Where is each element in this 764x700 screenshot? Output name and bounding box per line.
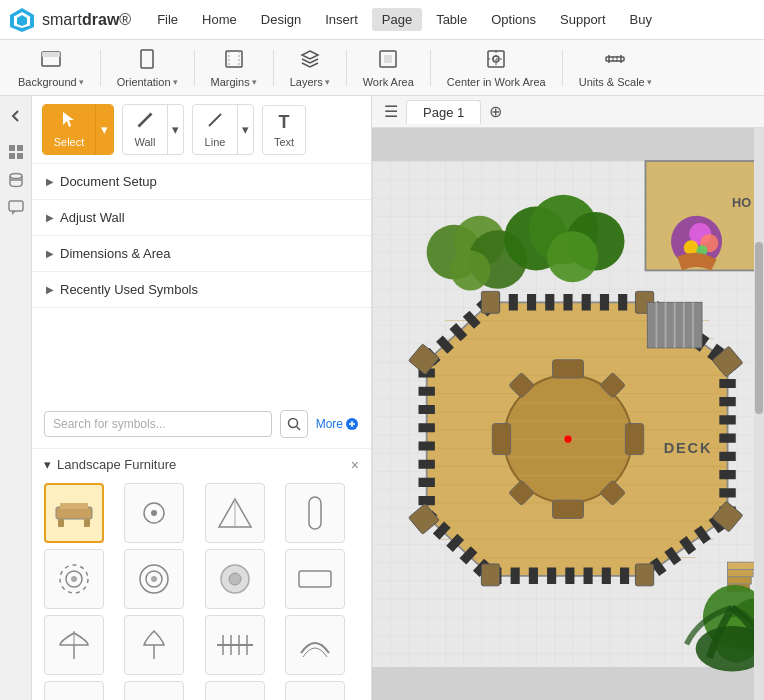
select-tool[interactable]: Select <box>43 105 95 154</box>
layers-label: Layers <box>290 76 323 88</box>
orientation-icon <box>136 48 158 73</box>
library-expand-arrow[interactable]: ▾ <box>44 457 51 472</box>
accordion: ▶ Document Setup ▶ Adjust Wall ▶ Dimensi… <box>32 164 371 400</box>
page-1-tab[interactable]: Page 1 <box>406 100 481 124</box>
wall-tool[interactable]: Wall <box>123 105 167 154</box>
menu-item-table[interactable]: Table <box>426 8 477 31</box>
units-scale-label: Units & Scale <box>579 76 645 88</box>
svg-rect-55 <box>299 571 331 587</box>
symbol-umbrella-open[interactable] <box>44 615 104 675</box>
symbol-circle-grey[interactable] <box>205 549 265 609</box>
svg-point-108 <box>564 435 571 442</box>
center-work-area-icon <box>485 48 507 73</box>
panel: Select ▾ Wall ▾ <box>32 96 372 700</box>
accordion-adjust-wall-header[interactable]: ▶ Adjust Wall <box>32 200 371 235</box>
svg-rect-98 <box>481 564 499 586</box>
svg-rect-136 <box>728 562 755 569</box>
page-tab-menu[interactable]: ☰ <box>380 98 402 125</box>
symbol-arc-small[interactable] <box>44 681 104 701</box>
menu-item-insert[interactable]: Insert <box>315 8 368 31</box>
recently-used-arrow: ▶ <box>46 284 54 295</box>
symbol-lines-horiz[interactable] <box>285 681 345 701</box>
menu-item-options[interactable]: Options <box>481 8 546 31</box>
svg-rect-93 <box>481 291 499 313</box>
canvas[interactable]: HO <box>372 128 764 700</box>
svg-point-130 <box>547 231 598 282</box>
symbol-circle-target[interactable] <box>124 549 184 609</box>
recently-used-label: Recently Used Symbols <box>60 282 198 297</box>
symbol-rectangle-tall[interactable] <box>285 483 345 543</box>
menu-item-home[interactable]: Home <box>192 8 247 31</box>
line-tool[interactable]: Line <box>193 105 237 154</box>
margins-caret: ▾ <box>252 77 257 87</box>
symbol-umbrella-closed[interactable] <box>124 615 184 675</box>
symbol-bench[interactable] <box>44 483 104 543</box>
svg-rect-39 <box>58 519 64 527</box>
symbol-triangle[interactable] <box>205 483 265 543</box>
svg-point-43 <box>151 510 157 516</box>
add-page-button[interactable]: ⊕ <box>485 98 506 125</box>
select-icon <box>60 111 78 133</box>
toolbar-btn-orientation[interactable]: Orientation ▾ <box>107 42 188 94</box>
wall-icon <box>136 111 154 133</box>
menu-item-buy[interactable]: Buy <box>620 8 662 31</box>
layers-icon <box>299 48 321 73</box>
center-work-area-label: Center in Work Area <box>447 76 546 88</box>
database-button[interactable] <box>4 168 28 192</box>
dimensions-area-arrow: ▶ <box>46 248 54 259</box>
adjust-wall-label: Adjust Wall <box>60 210 125 225</box>
logo-text: smartdraw® <box>42 11 131 29</box>
logo: smartdraw® <box>8 6 131 34</box>
accordion-recently-used-header[interactable]: ▶ Recently Used Symbols <box>32 272 371 307</box>
symbol-circle-small[interactable] <box>124 483 184 543</box>
shapes-button[interactable] <box>4 140 28 164</box>
sep4 <box>346 50 347 86</box>
accordion-dimensions-area-header[interactable]: ▶ Dimensions & Area <box>32 236 371 271</box>
dimensions-area-label: Dimensions & Area <box>60 246 171 261</box>
sep5 <box>430 50 431 86</box>
symbol-rect-flat2[interactable] <box>205 681 265 701</box>
vertical-scrollbar[interactable] <box>754 128 764 700</box>
vertical-scrollbar-thumb[interactable] <box>755 242 763 414</box>
canvas-area: ☰ Page 1 ⊕ HO <box>372 96 764 700</box>
menu-item-support[interactable]: Support <box>550 8 616 31</box>
background-caret: ▾ <box>79 77 84 87</box>
orientation-caret: ▾ <box>173 77 178 87</box>
house-label: HO <box>732 195 751 210</box>
select-dropdown-btn[interactable]: ▾ <box>95 105 113 154</box>
library-close-button[interactable]: × <box>351 457 359 473</box>
symbol-rect-wide[interactable] <box>285 549 345 609</box>
back-button[interactable] <box>4 104 28 128</box>
chat-button[interactable] <box>4 196 28 220</box>
toolbar-btn-work-area[interactable]: Work Area <box>353 42 424 94</box>
text-tool[interactable]: T Text <box>262 105 306 155</box>
svg-line-34 <box>296 426 300 430</box>
menu-item-page[interactable]: Page <box>372 8 422 31</box>
search-input[interactable] <box>44 411 272 437</box>
symbol-fence-row[interactable] <box>205 615 265 675</box>
toolbar-btn-margins[interactable]: Margins ▾ <box>201 42 267 94</box>
symbol-arc-bench[interactable] <box>285 615 345 675</box>
canvas-svg: HO <box>372 128 764 700</box>
logo-icon <box>8 6 36 34</box>
toolbar-btn-layers[interactable]: Layers ▾ <box>280 42 340 94</box>
svg-point-126 <box>450 250 490 290</box>
symbol-gear[interactable] <box>44 549 104 609</box>
accordion-document-setup-header[interactable]: ▶ Document Setup <box>32 164 371 199</box>
line-dropdown-btn[interactable]: ▾ <box>237 105 253 154</box>
menu-item-design[interactable]: Design <box>251 8 311 31</box>
svg-rect-111 <box>492 424 510 455</box>
svg-rect-11 <box>384 55 392 63</box>
menu-item-file[interactable]: File <box>147 8 188 31</box>
accordion-dimensions-area: ▶ Dimensions & Area <box>32 236 371 272</box>
search-button[interactable] <box>280 410 308 438</box>
library-title-text: Landscape Furniture <box>57 457 176 472</box>
symbol-rect-flat[interactable] <box>124 681 184 701</box>
margins-label: Margins <box>211 76 250 88</box>
more-link[interactable]: More <box>316 417 359 431</box>
wall-dropdown-btn[interactable]: ▾ <box>167 105 183 154</box>
adjust-wall-arrow: ▶ <box>46 212 54 223</box>
toolbar-btn-units-scale[interactable]: Units & Scale ▾ <box>569 42 662 94</box>
toolbar-btn-center-work-area[interactable]: Center in Work Area <box>437 42 556 94</box>
toolbar-btn-background[interactable]: Background ▾ <box>8 42 94 94</box>
